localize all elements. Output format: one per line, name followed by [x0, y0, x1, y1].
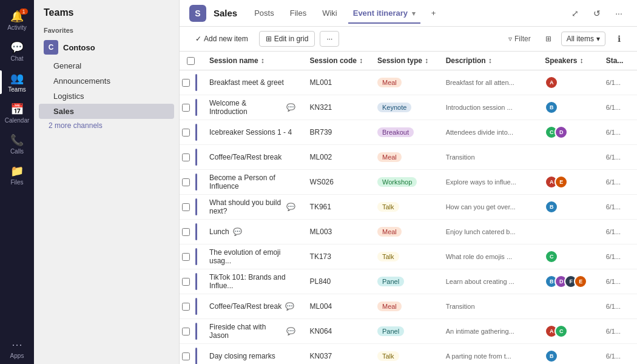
start-date-text: 6/1... — [606, 178, 621, 186]
start-date-text: 6/1... — [606, 303, 621, 310]
edit-in-grid-button[interactable]: ⊞ Edit in grid — [259, 31, 315, 47]
filter-button[interactable]: ▿ Filter — [504, 32, 536, 46]
team-name: Contoso — [63, 43, 95, 52]
channel-sales[interactable]: Sales — [39, 104, 174, 119]
sidebar-item-label: Apps — [10, 352, 24, 359]
more-toolbar-button[interactable]: ··· — [320, 31, 339, 47]
sidebar-item-label: Teams — [8, 86, 25, 93]
view-selector[interactable]: All items ▾ — [561, 32, 605, 46]
row-session-type: Talk — [370, 344, 439, 365]
col-header-start[interactable]: Sta... — [599, 52, 637, 70]
table-row[interactable]: Icebreaker Sessions 1 - 4 BR739 Breakout… — [180, 120, 637, 145]
speaker-avatar: D — [554, 126, 568, 139]
sidebar-item-chat[interactable]: 💬 Chat — [0, 36, 34, 67]
session-name-text: Fireside chat with Jason — [209, 323, 283, 340]
view-toggle-button[interactable]: ⊞ — [541, 32, 556, 46]
row-checkbox-cell — [180, 269, 202, 294]
speakers-group: BDFE — [545, 275, 591, 288]
chat-indicator-icon: 💬 — [233, 228, 242, 236]
table-row[interactable]: Become a Person of Influence WS026 Works… — [180, 170, 637, 195]
table-row[interactable]: Day closing remarks KN037 Talk A parting… — [180, 344, 637, 365]
info-button[interactable]: ℹ — [610, 30, 627, 47]
row-session-code: WS026 — [303, 170, 370, 195]
tab-files[interactable]: Files — [283, 2, 314, 24]
row-session-type: Breakout — [370, 120, 439, 145]
row-checkbox[interactable] — [182, 203, 190, 211]
tab-dropdown-icon[interactable]: ▾ — [412, 10, 416, 17]
row-start: 6/1... — [599, 120, 637, 145]
row-checkbox[interactable] — [182, 178, 190, 186]
col-header-desc[interactable]: Description ↕ — [439, 52, 538, 70]
col-header-code[interactable]: Session code ↕ — [303, 52, 370, 70]
table-row[interactable]: The evolution of emoji usag... TK173 Tal… — [180, 244, 637, 269]
speaker-avatar: B — [545, 200, 558, 214]
row-session-type: Workshop — [370, 170, 439, 195]
row-checkbox[interactable] — [182, 328, 190, 335]
sidebar-item-calendar[interactable]: 📅 Calendar — [0, 98, 34, 129]
session-name-text: Welcome & Introduction — [209, 99, 283, 116]
channel-header-title: Sales — [214, 8, 237, 18]
table-row[interactable]: Fireside chat with Jason 💬 KN064 Panel A… — [180, 319, 637, 344]
col-header-name[interactable]: Session name ↕ — [202, 52, 303, 70]
table-row[interactable]: Lunch 💬 ML003 Meal Enjoy lunch catered b… — [180, 220, 637, 244]
row-checkbox-cell — [180, 294, 202, 318]
channel-announcements[interactable]: Announcements — [39, 73, 174, 89]
refresh-icon[interactable]: ↺ — [588, 5, 605, 22]
table-row[interactable]: Welcome & Introduction 💬 KN321 Keynote I… — [180, 95, 637, 120]
tab-posts[interactable]: Posts — [247, 2, 281, 24]
sidebar-item-files[interactable]: 📁 Files — [0, 160, 34, 190]
row-checkbox[interactable] — [182, 104, 190, 112]
start-date-text: 6/1... — [606, 153, 621, 161]
row-description: Explore ways to influe... — [439, 170, 538, 195]
add-new-item-button[interactable]: ✓ Add new item — [189, 32, 254, 46]
channel-logistics[interactable]: Logistics — [39, 89, 174, 104]
row-start: 6/1... — [599, 170, 637, 195]
row-speakers — [538, 294, 598, 319]
start-date-text: 6/1... — [606, 129, 621, 136]
table-header-row: Session name ↕ Session code ↕ Session ty… — [180, 52, 637, 70]
expand-icon[interactable]: ⤢ — [567, 5, 584, 22]
table-row[interactable]: What should you build next? 💬 TK961 Talk… — [180, 195, 637, 220]
row-checkbox[interactable] — [182, 352, 190, 360]
row-session-type: Meal — [370, 145, 439, 170]
more-options-icon[interactable]: ··· — [610, 5, 627, 22]
chat-indicator-icon: 💬 — [286, 327, 295, 335]
sidebar-item-calls[interactable]: 📞 Calls — [0, 129, 34, 160]
top-bar: S Sales Posts Files Wiki Event itinerary… — [180, 0, 637, 27]
col-header-type[interactable]: Session type ↕ — [370, 52, 439, 70]
table-row[interactable]: TikTok 101: Brands and Influe... PL840 P… — [180, 269, 637, 294]
row-session-type: Keynote — [370, 95, 439, 120]
row-checkbox[interactable] — [182, 153, 190, 161]
checkbox-header[interactable] — [180, 52, 202, 70]
select-all-checkbox[interactable] — [187, 57, 195, 65]
row-checkbox[interactable] — [182, 129, 190, 136]
row-session-code: KN321 — [303, 95, 370, 120]
row-indicator — [195, 174, 197, 190]
channel-general[interactable]: General — [39, 58, 174, 73]
tab-wiki[interactable]: Wiki — [315, 2, 345, 24]
row-checkbox[interactable] — [182, 228, 190, 236]
row-checkbox[interactable] — [182, 303, 190, 311]
sidebar-item-activity[interactable]: 🔔 Activity 1 — [0, 5, 34, 36]
team-contoso[interactable]: C Contoso — [34, 36, 179, 58]
table-row[interactable]: Coffee/Tea/Rest break ML002 Meal Transit… — [180, 145, 637, 170]
table-row[interactable]: Breakfast meet & greet ML001 Meal Breakf… — [180, 70, 637, 95]
speaker-avatar: C — [554, 325, 568, 338]
speakers-group: B — [545, 200, 591, 214]
row-speakers: A — [538, 70, 598, 95]
tab-add[interactable]: + — [424, 2, 443, 24]
more-channels-link[interactable]: 2 more channels — [34, 119, 179, 132]
row-session-code: ML004 — [303, 294, 370, 319]
col-header-speakers[interactable]: Speakers ↕ — [538, 52, 598, 70]
table-row[interactable]: Coffee/Tea/Rest break 💬 ML004 Meal Trans… — [180, 294, 637, 319]
sidebar-item-apps[interactable]: ⋯ Apps — [0, 333, 34, 364]
row-checkbox[interactable] — [182, 253, 190, 261]
sort-icon-type: ↕ — [425, 56, 428, 65]
row-checkbox[interactable] — [182, 79, 190, 87]
row-session-type: Meal — [370, 220, 439, 244]
sidebar-item-teams[interactable]: 👥 Teams — [0, 67, 34, 98]
row-checkbox[interactable] — [182, 278, 190, 286]
row-start: 6/1... — [599, 319, 637, 344]
tab-event-itinerary[interactable]: Event itinerary ▾ — [346, 2, 423, 24]
speakers-group: C — [545, 250, 591, 263]
